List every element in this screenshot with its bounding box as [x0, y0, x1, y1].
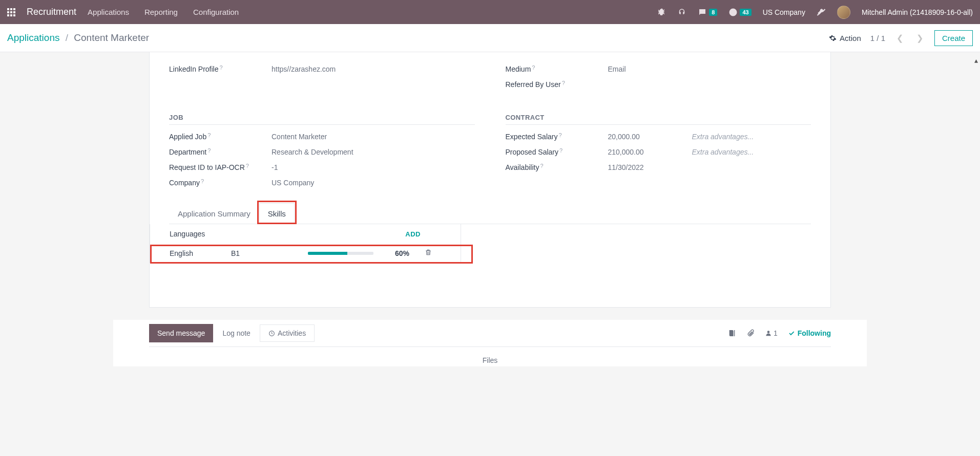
top-navbar: Recruitment Applications Reporting Confi…	[0, 0, 980, 24]
svg-point-1	[767, 331, 770, 333]
files-section-label: Files	[149, 347, 831, 366]
action-dropdown[interactable]: Action	[829, 34, 861, 42]
skills-group-title: Languages	[170, 230, 205, 238]
section-contract: CONTRACT	[506, 101, 811, 125]
pager-prev[interactable]: ❮	[894, 33, 905, 43]
skill-level[interactable]: B1	[231, 249, 308, 257]
trash-icon	[425, 249, 432, 256]
pager: 1 / 1	[870, 34, 885, 42]
form-tabs: Application Summary Skills	[169, 203, 811, 224]
proposed-extra-input[interactable]	[692, 148, 811, 156]
company-value[interactable]: US Company	[272, 179, 475, 187]
nav-configuration[interactable]: Configuration	[193, 8, 239, 16]
expected-salary-value[interactable]: 20,000.00	[608, 133, 685, 141]
section-job: JOB	[169, 101, 475, 125]
followers-count[interactable]: 1	[765, 329, 778, 337]
brand-label[interactable]: Recruitment	[27, 7, 76, 17]
linkedin-value[interactable]: https//zarashez.com	[272, 65, 475, 73]
messages-badge: 8	[709, 9, 717, 16]
following-button[interactable]: Following	[788, 329, 831, 337]
form-sheet: LinkedIn Profile? https//zarashez.com Me…	[149, 52, 831, 308]
medium-value[interactable]: Email	[608, 65, 811, 73]
skill-row: English B1 60%	[150, 244, 461, 263]
bug-icon[interactable]	[657, 8, 666, 17]
tools-icon[interactable]	[817, 8, 826, 17]
skills-panel: Languages ADD English B1 60%	[150, 224, 461, 263]
availability-value[interactable]: 11/30/2022	[608, 163, 811, 171]
skill-name[interactable]: English	[170, 249, 231, 257]
proposed-salary-value[interactable]: 210,000.00	[608, 148, 685, 156]
top-menu: Applications Reporting Configuration	[88, 8, 239, 16]
messages-button[interactable]: 8	[698, 8, 717, 17]
user-menu[interactable]: Mitchell Admin (21418909-16-0-all)	[862, 8, 973, 16]
pager-next[interactable]: ❯	[914, 33, 925, 43]
department-value[interactable]: Research & Development	[272, 148, 475, 156]
create-button[interactable]: Create	[934, 30, 973, 46]
nav-applications[interactable]: Applications	[88, 8, 129, 16]
tab-skills[interactable]: Skills	[259, 203, 295, 224]
breadcrumb-root[interactable]: Applications	[7, 32, 59, 43]
activities-badge: 43	[740, 9, 751, 16]
activities-button[interactable]: 43	[728, 8, 751, 17]
request-id-value[interactable]: -1	[272, 163, 475, 171]
support-icon[interactable]	[677, 8, 686, 17]
activities-button-chatter[interactable]: Activities	[260, 324, 315, 342]
log-note-button[interactable]: Log note	[213, 324, 260, 342]
skill-progress	[308, 252, 373, 255]
apps-icon[interactable]	[7, 8, 15, 16]
breadcrumb: Applications / Content Marketer	[7, 32, 149, 44]
company-switcher[interactable]: US Company	[763, 8, 805, 16]
add-skill-button[interactable]: ADD	[405, 230, 421, 238]
nav-reporting[interactable]: Reporting	[144, 8, 178, 16]
gear-icon	[829, 34, 837, 42]
avatar[interactable]	[837, 6, 850, 19]
check-icon	[788, 330, 795, 337]
delete-skill-button[interactable]	[425, 249, 432, 257]
chatter: Send message Log note Activities 1 Follo…	[113, 320, 867, 366]
clock-icon	[268, 330, 275, 337]
applied-job-value[interactable]: Content Marketer	[272, 133, 475, 141]
attachment-icon[interactable]	[746, 329, 755, 337]
send-message-button[interactable]: Send message	[149, 324, 213, 342]
user-icon	[765, 330, 772, 337]
book-icon[interactable]	[728, 329, 736, 337]
chat-icon	[698, 8, 707, 17]
expected-extra-input[interactable]	[692, 133, 811, 141]
breadcrumb-current: Content Marketer	[74, 32, 149, 43]
skill-percent: 60%	[380, 249, 409, 257]
tab-application-summary[interactable]: Application Summary	[169, 203, 259, 224]
scroll-up-arrow[interactable]: ▴	[974, 56, 978, 64]
breadcrumb-bar: Applications / Content Marketer Action 1…	[0, 24, 980, 52]
clock-icon	[728, 8, 738, 17]
